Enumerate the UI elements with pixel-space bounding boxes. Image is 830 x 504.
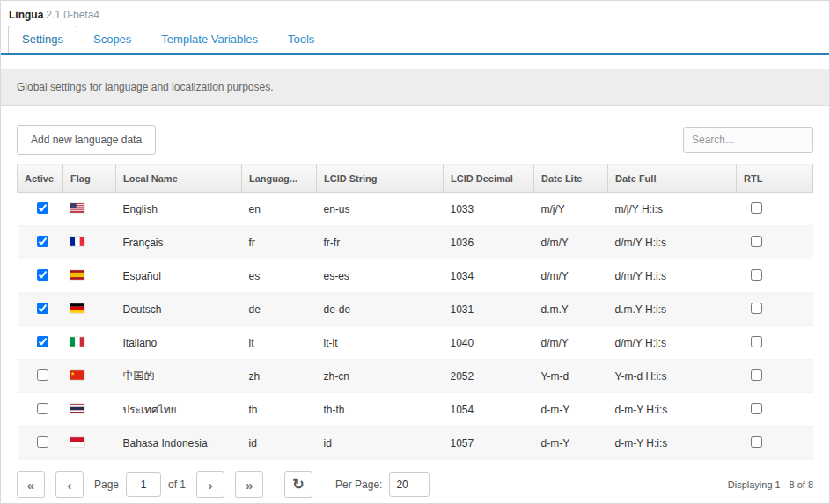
lcid-decimal-cell: 1031 — [444, 293, 534, 326]
lcid-string-cell: en-us — [317, 193, 444, 226]
date-lite-cell: d/m/Y — [534, 259, 608, 293]
search-input[interactable] — [683, 127, 813, 153]
date-full-cell: Y-m-d H:i:s — [608, 360, 737, 393]
add-language-button[interactable]: Add new language data — [17, 125, 156, 155]
flag-cell — [63, 259, 116, 293]
rtl-checkbox[interactable] — [751, 236, 762, 247]
rtl-checkbox[interactable] — [751, 202, 762, 214]
lcid-decimal-cell: 1034 — [444, 259, 534, 293]
local-name-cell: English — [116, 193, 242, 226]
flag-cell — [63, 360, 116, 393]
active-cell — [18, 193, 63, 226]
active-cell — [18, 427, 63, 460]
per-page-label: Per Page: — [335, 478, 382, 491]
active-cell — [18, 293, 63, 326]
table-row: Italianoitit-it1040d/m/Yd/m/Y H:i:s — [18, 326, 813, 360]
pagination-bar: « ‹ Page of 1 › » ↻ Per Page: Displaying… — [1, 460, 829, 498]
local-name-cell: Bahasa Indonesia — [116, 427, 242, 460]
language-grid: ActiveFlagLocal NameLanguag...LCID Strin… — [17, 164, 813, 460]
column-header-active[interactable]: Active — [18, 164, 63, 193]
active-checkbox[interactable] — [37, 269, 48, 281]
active-checkbox[interactable] — [37, 236, 48, 247]
table-row: 中国的zhzh-cn2052Y-m-dY-m-d H:i:s — [18, 360, 813, 393]
flag-es-icon — [70, 270, 84, 280]
lcid-string-cell: fr-fr — [317, 226, 444, 259]
flag-us-icon — [70, 203, 84, 213]
language-code-cell: de — [242, 293, 317, 326]
date-full-cell: d/m/Y H:i:s — [608, 326, 737, 360]
rtl-cell — [737, 427, 813, 460]
date-lite-cell: Y-m-d — [534, 360, 608, 393]
date-lite-cell: d/m/Y — [534, 226, 608, 259]
tab-settings[interactable]: Settings — [8, 26, 77, 53]
flag-cell — [63, 393, 116, 427]
column-header-flag[interactable]: Flag — [63, 164, 116, 193]
per-page-input[interactable] — [389, 472, 430, 497]
lcid-decimal-cell: 1036 — [444, 226, 534, 259]
rtl-cell — [737, 259, 813, 293]
column-header-date-full[interactable]: Date Full — [608, 164, 737, 193]
active-checkbox[interactable] — [37, 403, 48, 414]
column-header-local-name[interactable]: Local Name — [116, 164, 242, 193]
column-header-rtl[interactable]: RTL — [737, 164, 813, 193]
tab-bar: SettingsScopesTemplate VariablesTools — [1, 25, 829, 55]
description-bar: Global settings for language and localiz… — [1, 69, 829, 106]
tab-scopes[interactable]: Scopes — [79, 26, 145, 53]
table-row: ประเทศไทยthth-th1054d-m-Yd-m-Y H:i:s — [18, 393, 813, 427]
language-code-cell: th — [242, 393, 317, 427]
date-lite-cell: m/j/Y — [534, 193, 608, 226]
lingua-app-window: Lingua2.1.0-beta4 SettingsScopesTemplate… — [0, 0, 830, 504]
rtl-checkbox[interactable] — [751, 269, 762, 281]
first-page-icon: « — [27, 478, 34, 492]
last-page-icon: » — [246, 478, 253, 492]
lcid-decimal-cell: 1057 — [444, 427, 534, 460]
next-page-icon: › — [209, 478, 213, 492]
flag-th-icon — [70, 404, 84, 413]
active-checkbox[interactable] — [37, 369, 48, 381]
first-page-button[interactable]: « — [17, 471, 45, 498]
date-lite-cell: d/m/Y — [534, 326, 608, 360]
active-checkbox[interactable] — [37, 202, 48, 214]
refresh-button[interactable]: ↻ — [284, 471, 312, 498]
app-version: 2.1.0-beta4 — [46, 9, 99, 21]
table-row: Françaisfrfr-fr1036d/m/Yd/m/Y H:i:s — [18, 226, 813, 259]
rtl-cell — [737, 293, 813, 326]
language-code-cell: en — [242, 193, 317, 226]
language-code-cell: es — [242, 259, 317, 293]
tab-template-variables[interactable]: Template Variables — [147, 26, 272, 53]
rtl-checkbox[interactable] — [751, 336, 762, 347]
table-row: Españoleses-es1034d/m/Yd/m/Y H:i:s — [18, 259, 813, 293]
flag-cell — [63, 427, 116, 460]
active-cell — [18, 360, 63, 393]
last-page-button[interactable]: » — [235, 471, 263, 498]
active-checkbox[interactable] — [37, 436, 48, 448]
lcid-decimal-cell: 1040 — [444, 326, 534, 360]
table-row: Englishenen-us1033m/j/Ym/j/Y H:i:s — [18, 193, 813, 226]
column-header-lcid-decimal[interactable]: LCID Decimal — [444, 164, 534, 193]
rtl-checkbox[interactable] — [751, 303, 762, 314]
flag-cell — [63, 226, 116, 259]
prev-page-button[interactable]: ‹ — [55, 471, 84, 498]
lcid-decimal-cell: 1033 — [444, 193, 534, 226]
next-page-button[interactable]: › — [196, 471, 224, 498]
language-code-cell: zh — [242, 360, 317, 393]
date-full-cell: d.m.Y H:i:s — [608, 293, 737, 326]
page-number-input[interactable] — [126, 472, 161, 497]
column-header-date-lite[interactable]: Date Lite — [534, 164, 608, 193]
flag-fr-icon — [70, 237, 84, 246]
active-checkbox[interactable] — [37, 336, 48, 347]
app-title: Lingua — [9, 9, 43, 21]
displaying-text: Displaying 1 - 8 of 8 — [728, 479, 813, 490]
rtl-checkbox[interactable] — [751, 436, 762, 448]
column-header-lcid-string[interactable]: LCID String — [317, 164, 444, 193]
column-header-languag[interactable]: Languag... — [242, 164, 317, 193]
flag-cell — [63, 193, 116, 226]
rtl-checkbox[interactable] — [751, 403, 762, 414]
rtl-checkbox[interactable] — [751, 369, 762, 381]
date-full-cell: d-m-Y H:i:s — [608, 393, 737, 427]
page-of-label: of 1 — [168, 478, 186, 491]
language-code-cell: fr — [242, 226, 317, 259]
tab-tools[interactable]: Tools — [274, 26, 328, 53]
page-label: Page — [94, 478, 119, 491]
active-checkbox[interactable] — [37, 303, 48, 314]
